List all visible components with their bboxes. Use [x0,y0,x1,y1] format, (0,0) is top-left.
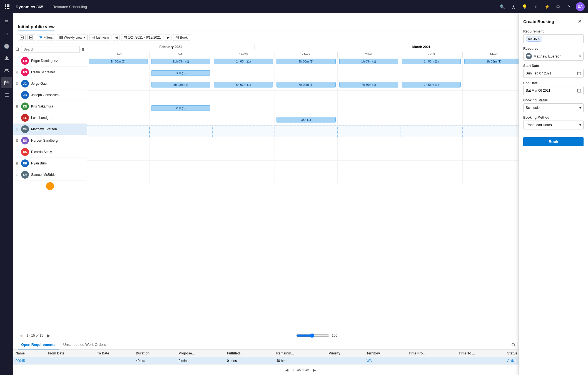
cell-kris-5[interactable] [400,102,463,114]
cell-efrain-1[interactable]: 30h (1) [150,67,212,79]
cell-ricardo-1[interactable] [150,149,212,160]
weekly-view-btn[interactable]: Weekly view ▾ [57,34,88,41]
sidebar-list-icon[interactable] [1,89,12,101]
cell-norbert-2[interactable] [212,137,275,149]
resource-item-luke[interactable]: ⊞ LL Luke Lundgren [13,112,87,124]
zoom-slider[interactable] [296,333,330,338]
prev-page-btn[interactable]: ◀ [18,333,24,338]
cell-norbert-4[interactable] [338,137,400,149]
cell-ryan-5[interactable] [400,161,463,172]
cell-matthew-1[interactable] [150,126,212,137]
tab-open-requirements[interactable]: Open Requirements [18,340,59,349]
cell-jorge-4[interactable]: 7h 56m (1) [338,79,400,90]
cell-efrain-0[interactable] [87,67,150,79]
table-next-btn[interactable]: ▶ [311,367,318,373]
filter-nav-icon[interactable]: ⚡ [542,2,551,11]
cell-luke-6[interactable] [463,114,525,125]
cell-edgar-2[interactable]: 1h 03m (1) [212,56,275,67]
cell-ryan-0[interactable] [87,161,150,172]
cell-matthew-0[interactable] [87,126,150,137]
resource-tag-remove[interactable]: × [579,54,581,58]
cell-norbert-0[interactable] [87,137,150,149]
cell-samuel-2[interactable] [212,172,275,184]
end-date-input[interactable]: Sat Mar 06 2021 [523,86,584,95]
activity-icon[interactable]: ◎ [509,2,518,11]
next-page-btn[interactable]: ▶ [46,333,52,338]
cell-edgar-0[interactable]: 1h 03m (1) [87,56,150,67]
cell-edgar-4[interactable]: 1h 03m (1) [338,56,400,67]
cell-luke-4[interactable] [338,114,400,125]
cell-edgar-6[interactable]: 1h 03m (1) [463,56,525,67]
cell-edgar-1[interactable]: 21h 03m (1) [150,56,212,67]
cell-ricardo-3[interactable] [275,149,337,160]
cell-kris-1[interactable]: 20h (1) [150,102,212,114]
sidebar-people-icon[interactable] [1,65,12,76]
resource-item-samuel[interactable]: ⊞ SM Samuel McBride [13,169,87,181]
cell-jorge-0[interactable] [87,79,150,90]
panel-close-btn[interactable]: ✕ [576,18,584,25]
cell-ricardo-4[interactable] [338,149,400,160]
resource-item-jorge[interactable]: ⊞ JG Jorge Gault [13,78,87,89]
cell-matthew-2[interactable] [212,126,275,137]
cell-luke-5[interactable] [400,114,463,125]
cell-edgar-5[interactable]: 1h 03m (1) [400,56,463,67]
sidebar-calendar-icon[interactable] [1,77,12,88]
filters-btn[interactable]: Filters [37,34,55,41]
requirement-tag-remove[interactable]: × [538,37,540,41]
resource-item-norbert[interactable]: ⊞ NS Norbert Sandberg [13,135,87,146]
cell-jorge-2[interactable]: 8h 03m (1) [212,79,275,90]
cell-ricardo-6[interactable] [463,149,525,160]
booking-status-select[interactable]: Scheduled ▾ [523,103,584,112]
cell-ryan-3[interactable] [275,161,337,172]
resource-item-matthew[interactable]: ⊞ ME Matthew Everson [13,124,87,135]
sidebar-contact-icon[interactable] [1,53,12,64]
cell-joseph-5[interactable] [400,91,463,102]
cell-joseph-6[interactable] [463,91,525,102]
cell-edgar-3[interactable]: 1h 03m (1) [275,56,337,67]
cell-ricardo-2[interactable] [212,149,275,160]
cell-joseph-3[interactable] [275,91,337,102]
resource-item-edgar[interactable]: ⊞ ED Edgar Dominguez [13,55,87,67]
cell-efrain-6[interactable] [463,67,525,79]
cell-joseph-0[interactable] [87,91,150,102]
cell-luke-1[interactable] [150,114,212,125]
cell-joseph-4[interactable] [338,91,400,102]
sidebar-recent-icon[interactable]: 🕒 [1,41,12,52]
add-nav-icon[interactable]: ＋ [531,2,540,11]
help-nav-icon[interactable]: ? [565,2,574,11]
settings-nav-icon[interactable]: ⚙ [554,2,562,11]
sidebar-home-icon[interactable]: ⌂ [1,28,12,39]
cell-ricardo-0[interactable] [87,149,150,160]
cell-kris-6[interactable] [463,102,525,114]
cell-norbert-5[interactable] [400,137,463,149]
start-date-input[interactable]: Sun Feb 07 2021 [523,69,584,78]
cell-kris-4[interactable] [338,102,400,114]
cell-samuel-4[interactable] [338,172,400,184]
cell-efrain-4[interactable] [338,67,400,79]
cell-ryan-6[interactable] [463,161,525,172]
sort-icon[interactable]: ⇅ [81,48,84,52]
cell-ryan-4[interactable] [338,161,400,172]
cell-norbert-1[interactable] [150,137,212,149]
search-nav-icon[interactable]: 🔍 [498,2,507,11]
collapse-rows-btn[interactable] [27,34,35,41]
resource-item-efrain[interactable]: ⊞ ES Efrain Schreiner [13,67,87,78]
cell-matthew-4[interactable] [338,126,400,137]
waffle-icon[interactable] [3,3,11,11]
cell-territory[interactable]: WA [364,357,407,365]
prev-date-btn[interactable]: ◀ [113,34,119,41]
cell-luke-3[interactable]: 35h (1) [275,114,337,125]
book-button[interactable]: Book [523,137,584,146]
date-range-btn[interactable]: 1/24/2021 - 6/19/2021 [121,34,163,41]
requirement-input[interactable]: 00045 × [523,34,584,43]
list-view-btn[interactable]: List view [89,34,111,41]
cell-kris-0[interactable] [87,102,150,114]
cell-matthew-6[interactable] [463,126,525,137]
cell-ryan-1[interactable] [150,161,212,172]
resource-item-ryan[interactable]: ⊞ RB Ryan Brim [13,158,87,169]
cell-luke-2[interactable] [212,114,275,125]
lightbulb-icon[interactable]: 💡 [520,2,529,11]
cell-efrain-5[interactable] [400,67,463,79]
cell-jorge-6[interactable] [463,79,525,90]
cell-ryan-2[interactable] [212,161,275,172]
